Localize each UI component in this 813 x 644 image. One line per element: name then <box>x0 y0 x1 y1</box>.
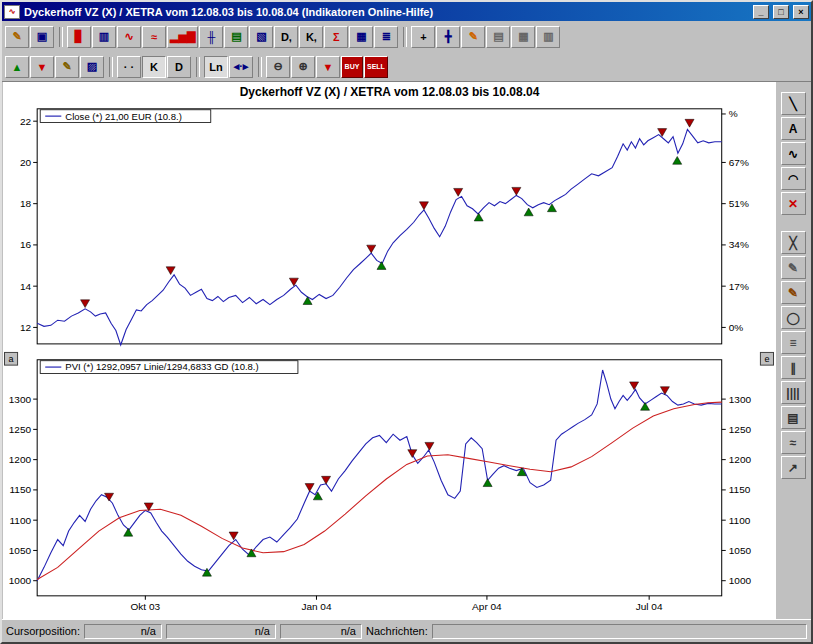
dual-pane-icon[interactable]: ▥ <box>92 26 116 48</box>
buy-signal-marker[interactable] <box>377 262 386 270</box>
y-axis-label: 12 <box>20 322 31 333</box>
price-chart-svg[interactable]: 1214161820220%17%34%51%67%%Close (*) 21,… <box>3 101 776 350</box>
delete-drawings-icon[interactable]: ✕ <box>781 192 806 215</box>
sell-signal-marker[interactable] <box>166 267 175 275</box>
y-axis-right-label: 51% <box>729 198 749 209</box>
sell-signal-marker[interactable] <box>367 245 376 253</box>
pvi-pane-legend: PVI (*) 1292,0957 Linie/1294,6833 GD (10… <box>40 360 298 373</box>
arc-tool-icon[interactable]: ◠ <box>781 167 806 190</box>
window-title: Dyckerhoff VZ (X) / XETRA vom 12.08.03 b… <box>24 6 749 18</box>
zigzag-tool-icon[interactable]: ≈ <box>781 431 806 454</box>
messages-field <box>432 624 807 639</box>
buy-signal-marker[interactable] <box>673 156 682 164</box>
toolbar-separator <box>196 57 200 77</box>
pvi-chart-svg[interactable]: 1000105011001150120012501300100010501100… <box>3 350 776 619</box>
parallel-lines-tool-icon[interactable]: ∥ <box>781 356 806 379</box>
y-axis-right-label: 1150 <box>729 484 751 495</box>
buy-signal-marker[interactable] <box>483 478 492 486</box>
vertical-grid-tool-icon[interactable]: |||| <box>781 381 806 404</box>
sell-signal-marker[interactable] <box>81 300 90 308</box>
sell-signal-marker[interactable] <box>322 476 331 484</box>
y-axis-label: 22 <box>20 116 31 127</box>
edit-chart-icon[interactable]: ✎ <box>5 26 29 48</box>
line-tool-icon[interactable]: ╲ <box>781 92 806 115</box>
draw-pen-icon[interactable]: ✎ <box>461 26 485 48</box>
y-axis-label: 1050 <box>9 545 32 556</box>
log-scale-button[interactable]: Ln <box>204 56 228 78</box>
zoom-out-button[interactable]: ⊖ <box>266 56 290 78</box>
y-axis-right-label: 67% <box>729 157 749 168</box>
crosshair-icon[interactable]: + <box>411 26 435 48</box>
indicator-edit-icon[interactable]: ∿ <box>117 26 141 48</box>
buy-signal-marker[interactable] <box>474 213 483 221</box>
y-axis-right-label: 0% <box>729 322 744 333</box>
chart-window-icon[interactable]: ▧ <box>249 26 273 48</box>
k-period-button[interactable]: K, <box>299 26 323 48</box>
crossed-lines-tool-icon[interactable]: ╳ <box>781 231 806 254</box>
grid-icon[interactable]: ▦ <box>511 26 535 48</box>
price-curve-icon[interactable]: ≈ <box>142 26 166 48</box>
buy-signal-marker[interactable] <box>247 549 256 557</box>
sell-signal-marker[interactable] <box>685 119 694 127</box>
page-icon[interactable]: ▤ <box>486 26 510 48</box>
sell-signal-marker[interactable] <box>512 187 521 195</box>
sigma-indicator-icon[interactable]: Σ <box>324 26 348 48</box>
copy-icon[interactable]: ▣ <box>30 26 54 48</box>
volume-chart-icon[interactable]: ▂▅▇ <box>167 26 198 48</box>
buy-signal-marker[interactable] <box>124 528 133 536</box>
sell-signal-marker[interactable] <box>425 442 434 450</box>
buy-signal-marker[interactable] <box>303 297 312 305</box>
wave-tool-icon[interactable]: ∿ <box>781 142 806 165</box>
y-axis-label: 20 <box>20 157 32 168</box>
bar-type-icon[interactable]: ▊ <box>67 26 91 48</box>
workspace-layout-icon[interactable]: ▥ <box>536 26 560 48</box>
sell-signal-marker[interactable] <box>289 278 298 286</box>
hatch-tool-icon[interactable]: ▤ <box>781 406 806 429</box>
fibonacci-tool-icon[interactable]: ≡ <box>781 331 806 354</box>
arrow-tool-icon[interactable]: ↗ <box>781 456 806 479</box>
y-axis-right-label: 1000 <box>729 575 752 586</box>
minimize-button[interactable]: _ <box>753 5 769 19</box>
close-button[interactable]: × <box>793 5 809 19</box>
sell-signal-marker[interactable] <box>454 188 463 196</box>
text-tool-icon[interactable]: A <box>781 117 806 140</box>
cursor-position-label: Cursorposition: <box>6 625 80 637</box>
content-area: Dyckerhoff VZ (X) / XETRA vom 12.08.03 b… <box>2 82 811 619</box>
signals-icon[interactable]: ▼ <box>30 56 54 78</box>
area-chart-icon[interactable]: ▲ <box>5 56 29 78</box>
d-period-button[interactable]: D, <box>274 26 298 48</box>
title-bar[interactable]: ∿ Dyckerhoff VZ (X) / XETRA vom 12.08.03… <box>2 2 811 21</box>
sell-signal-marker[interactable] <box>229 532 238 540</box>
range-select-button[interactable]: ◂·▸ <box>229 56 253 78</box>
pencil-b-tool-icon[interactable]: ✎ <box>781 281 806 304</box>
sell-button[interactable]: SELL <box>364 56 388 78</box>
sell-signal-marker[interactable] <box>408 449 417 457</box>
maximize-button[interactable]: □ <box>773 5 789 19</box>
signal-marker-icon[interactable]: ▼ <box>316 56 340 78</box>
toolbar-separator <box>109 57 113 77</box>
list-view-icon[interactable]: ≣ <box>374 26 398 48</box>
x-axis-label: Jul 04 <box>636 601 663 612</box>
buy-signal-marker[interactable] <box>524 208 533 216</box>
quote-sheet-icon[interactable]: ▤ <box>224 26 248 48</box>
main-toolbar: ✎▣▊▥∿≈▂▅▇╫▤▧D,K,Σ▦≣+╋✎▤▦▥ <box>2 21 811 52</box>
sell-signal-marker[interactable] <box>630 382 639 390</box>
sell-signal-marker[interactable] <box>305 483 314 491</box>
circle-tool-icon[interactable]: ◯ <box>781 306 806 329</box>
app-window: ∿ Dyckerhoff VZ (X) / XETRA vom 12.08.03… <box>0 0 813 644</box>
candle-chart-button[interactable]: K <box>142 56 166 78</box>
sell-signal-marker[interactable] <box>419 202 428 210</box>
trend-cursor-icon[interactable]: ╋ <box>436 26 460 48</box>
buy-signal-marker[interactable] <box>313 492 322 500</box>
buy-signal-marker[interactable] <box>641 402 650 410</box>
pencil-a-tool-icon[interactable]: ✎ <box>781 256 806 279</box>
y-axis-right-label: 1200 <box>729 454 752 465</box>
matrix-icon[interactable]: ▦ <box>349 26 373 48</box>
line-study-icon[interactable]: ╫ <box>199 26 223 48</box>
chart-properties-icon[interactable]: ▨ <box>80 56 104 78</box>
daily-chart-button[interactable]: D <box>167 56 191 78</box>
pencil-tool-icon[interactable]: ✎ <box>55 56 79 78</box>
line-style-button[interactable]: · · <box>117 56 141 78</box>
buy-button[interactable]: BUY <box>341 56 363 78</box>
zoom-in-button[interactable]: ⊕ <box>291 56 315 78</box>
